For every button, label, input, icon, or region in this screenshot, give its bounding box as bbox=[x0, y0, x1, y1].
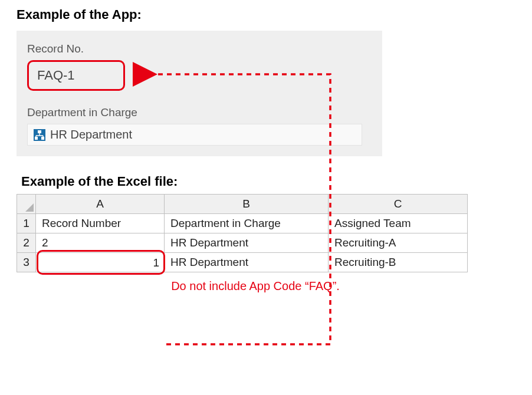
column-header-row: A B C bbox=[17, 195, 468, 214]
cell-c3[interactable]: Recruiting-B bbox=[329, 253, 468, 272]
row-header-2[interactable]: 2 bbox=[17, 233, 36, 253]
app-form-panel: Record No. FAQ-1 Department in Charge HR… bbox=[17, 31, 382, 156]
cell-a2[interactable]: 2 bbox=[36, 233, 165, 253]
record-no-label: Record No. bbox=[27, 42, 372, 55]
cell-c2[interactable]: Recruiting-A bbox=[329, 233, 468, 253]
record-no-value: FAQ-1 bbox=[37, 68, 75, 83]
cell-a3-value: 1 bbox=[153, 256, 159, 269]
col-header-b[interactable]: B bbox=[165, 195, 329, 214]
cell-a3[interactable]: 1 bbox=[36, 253, 165, 272]
cell-c1[interactable]: Assigned Team bbox=[329, 214, 468, 233]
table-row: 3 1 HR Department Recruiting-B bbox=[17, 253, 468, 272]
table-row: 1 Record Number Department in Charge Ass… bbox=[17, 214, 468, 233]
svg-rect-3 bbox=[41, 137, 44, 140]
org-chart-icon bbox=[34, 129, 45, 141]
cell-b2[interactable]: HR Department bbox=[165, 233, 329, 253]
excel-example-title: Example of the Excel file: bbox=[21, 174, 515, 189]
select-all-corner[interactable] bbox=[17, 195, 36, 214]
svg-rect-1 bbox=[38, 130, 41, 133]
svg-rect-2 bbox=[35, 137, 38, 140]
app-example-title: Example of the App: bbox=[17, 7, 515, 22]
row-header-1[interactable]: 1 bbox=[17, 214, 36, 233]
row-header-3[interactable]: 3 bbox=[17, 253, 36, 272]
dept-value-row: HR Department bbox=[27, 124, 362, 146]
cell-b3[interactable]: HR Department bbox=[165, 253, 329, 272]
col-header-c[interactable]: C bbox=[329, 195, 468, 214]
dept-value: HR Department bbox=[50, 128, 132, 141]
col-header-a[interactable]: A bbox=[36, 195, 165, 214]
dept-in-charge-label: Department in Charge bbox=[27, 106, 372, 119]
cell-a1[interactable]: Record Number bbox=[36, 214, 165, 233]
annotation-footnote: Do not include App Code “FAQ”. bbox=[117, 279, 394, 293]
spreadsheet-grid: A B C 1 Record Number Department in Char… bbox=[17, 194, 468, 272]
record-no-value-highlight: FAQ-1 bbox=[27, 60, 125, 91]
table-row: 2 2 HR Department Recruiting-A bbox=[17, 233, 468, 253]
cell-a3-highlight bbox=[37, 250, 165, 275]
cell-b1[interactable]: Department in Charge bbox=[165, 214, 329, 233]
